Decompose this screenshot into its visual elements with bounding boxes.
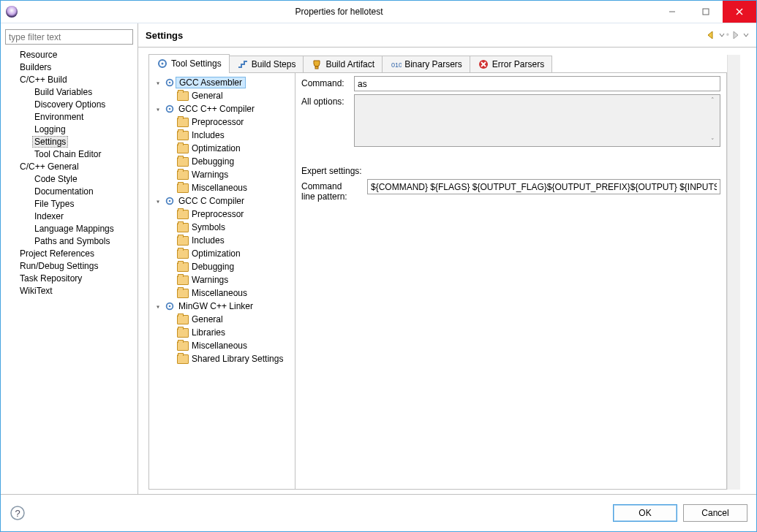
folder-icon [177, 90, 189, 102]
tool-tree-item[interactable]: Includes [151, 129, 293, 142]
tool-tree-item[interactable]: Optimization [151, 142, 293, 155]
nav-item[interactable]: File Types [5, 198, 133, 210]
titlebar: Properties for hellotest [1, 1, 756, 23]
nav-item[interactable]: C/C++ Build [5, 74, 133, 86]
svg-rect-6 [315, 66, 318, 69]
pattern-input[interactable] [367, 179, 720, 194]
folder-icon [177, 221, 189, 233]
nav-item[interactable]: Documentation [5, 186, 133, 198]
tool-tree-item[interactable]: Warnings [151, 168, 293, 181]
tab-build-steps[interactable]: Build Steps [229, 56, 304, 72]
tool-tree-item[interactable]: Optimization [151, 247, 293, 260]
vertical-scrollbar[interactable] [727, 55, 740, 490]
tool-tree-item[interactable]: Symbols [151, 221, 293, 234]
tool-tree-item[interactable]: Warnings [151, 273, 293, 286]
tool-tree-item[interactable]: Miscellaneous [151, 286, 293, 300]
error-icon [478, 58, 489, 70]
tool-tree-item[interactable]: ▾GCC C Compiler [151, 194, 293, 208]
nav-item[interactable]: Logging [5, 123, 133, 136]
main-panel: Settings • [138, 23, 756, 494]
folder-icon [177, 182, 189, 194]
nav-item[interactable]: Build Variables [5, 86, 133, 99]
tool-tree-item[interactable]: Preprocessor [151, 208, 293, 221]
folder-icon [177, 327, 189, 338]
nav-item[interactable]: WikiText [5, 285, 133, 297]
tool-tree-item[interactable]: ▾MinGW C++ Linker [151, 300, 293, 313]
ok-button[interactable]: OK [613, 504, 677, 522]
tool-tree-label: Libraries [190, 327, 227, 338]
command-input[interactable] [354, 76, 720, 91]
tool-tree-label: GCC C Compiler [177, 196, 246, 206]
folder-icon [177, 314, 189, 325]
filter-input[interactable] [5, 29, 133, 45]
svg-point-18 [169, 305, 171, 308]
tab-error-parsers[interactable]: Error Parsers [470, 56, 552, 72]
tool-tree-item[interactable]: ▾GCC Assembler [151, 76, 293, 89]
window-title: Properties for hellotest [23, 7, 655, 17]
tool-tree-label: GCC Assembler [176, 77, 246, 88]
tab-binary-parsers[interactable]: 010 Binary Parsers [382, 56, 470, 72]
scroll-down-icon[interactable]: ˅ [707, 137, 718, 145]
svg-rect-1 [703, 9, 709, 15]
nav-item[interactable]: Paths and Symbols [5, 235, 133, 248]
tab-build-artifact[interactable]: Build Artifact [303, 56, 383, 72]
nav-item[interactable]: Resource [5, 49, 133, 61]
tool-tree-label: Symbols [190, 222, 227, 232]
tool-tree-item[interactable]: General [151, 89, 293, 102]
nav-item[interactable]: C/C++ General [5, 161, 133, 173]
nav-item[interactable]: Task Repository [5, 273, 133, 285]
gear-icon [164, 103, 176, 115]
scroll-up-icon[interactable]: ˄ [707, 96, 718, 104]
tool-tree-label: Includes [190, 130, 226, 140]
tool-tree-item[interactable]: Includes [151, 234, 293, 247]
tool-tree-item[interactable]: ▾GCC C++ Compiler [151, 102, 293, 115]
tool-tree-item[interactable]: Debugging [151, 155, 293, 168]
folder-icon [177, 340, 189, 352]
nav-item[interactable]: Tool Chain Editor [5, 148, 133, 161]
all-options-textarea[interactable]: ˄ ˅ [354, 94, 720, 147]
nav-item[interactable]: Language Mappings [5, 223, 133, 235]
minimize-button[interactable] [655, 1, 689, 23]
nav-item[interactable]: Discovery Options [5, 99, 133, 111]
tool-tree-label: General [190, 91, 225, 101]
nav-item[interactable]: Code Style [5, 173, 133, 186]
svg-point-14 [169, 108, 171, 110]
tool-tree-label: Warnings [190, 275, 230, 285]
nav-item[interactable]: Builders [5, 61, 133, 74]
trophy-icon [311, 58, 323, 70]
tool-settings-form: Command: All options: ˄ [295, 73, 726, 489]
folder-icon [177, 142, 189, 154]
tool-tree-item[interactable]: Miscellaneous [151, 339, 293, 352]
tool-tree-item[interactable]: Preprocessor [151, 115, 293, 129]
tool-tree-item[interactable]: General [151, 313, 293, 326]
tool-tree-item[interactable]: Debugging [151, 260, 293, 273]
forward-button[interactable] [731, 31, 749, 39]
back-button[interactable] [707, 31, 725, 39]
folder-icon [177, 129, 189, 141]
nav-item[interactable]: Settings [5, 136, 133, 148]
maximize-button[interactable] [689, 1, 723, 23]
tool-tree-label: Miscellaneous [190, 341, 249, 351]
nav-item[interactable]: Indexer [5, 210, 133, 223]
close-button[interactable] [723, 1, 756, 23]
folder-icon [177, 261, 189, 273]
tab-body: ▾GCC AssemblerGeneral▾GCC C++ CompilerPr… [148, 73, 727, 490]
tool-tree-label: Optimization [190, 248, 242, 259]
cancel-button[interactable]: Cancel [683, 504, 747, 522]
nav-item[interactable]: Run/Debug Settings [5, 260, 133, 273]
tool-tree[interactable]: ▾GCC AssemblerGeneral▾GCC C++ CompilerPr… [149, 73, 295, 489]
nav-item[interactable]: Environment [5, 111, 133, 123]
tool-tree-label: Warnings [190, 170, 230, 180]
pattern-label: Command line pattern: [301, 179, 367, 202]
tool-tree-item[interactable]: Shared Library Settings [151, 352, 293, 365]
app-icon [1, 6, 23, 18]
nav-item[interactable]: Project References [5, 248, 133, 260]
nav-tree[interactable]: ResourceBuildersC/C++ BuildBuild Variabl… [5, 49, 133, 494]
tool-tree-label: Shared Library Settings [190, 354, 285, 364]
help-button[interactable]: ? [10, 505, 26, 521]
tool-tree-item[interactable]: Libraries [151, 326, 293, 339]
page-title: Settings [146, 30, 707, 41]
tab-tool-settings[interactable]: Tool Settings [148, 54, 230, 72]
expert-settings-label: Expert settings: [301, 166, 362, 176]
tool-tree-item[interactable]: Miscellaneous [151, 181, 293, 194]
